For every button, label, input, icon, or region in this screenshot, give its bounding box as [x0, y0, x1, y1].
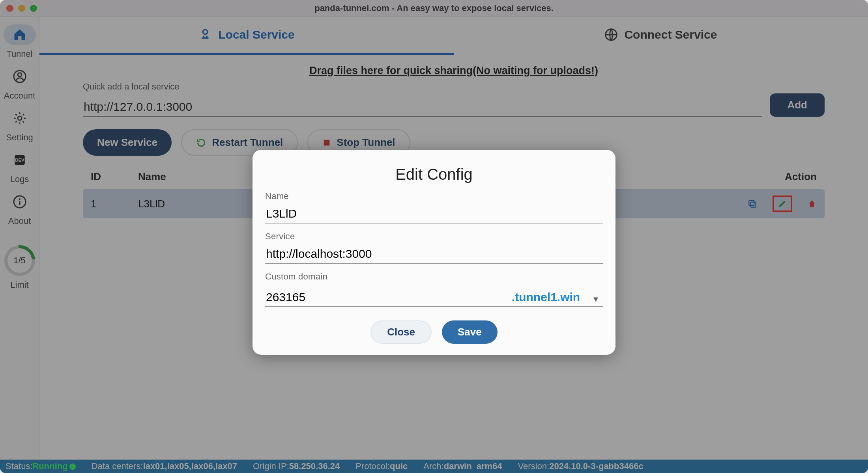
save-button[interactable]: Save: [442, 320, 498, 344]
service-field[interactable]: [265, 245, 603, 264]
custom-domain-field[interactable]: [266, 291, 507, 304]
domain-suffix-select[interactable]: .tunnel1.win: [512, 291, 580, 304]
modal-actions: Close Save: [265, 320, 603, 344]
app-window: panda-tunnel.com - An easy way to expose…: [0, 0, 868, 473]
close-button[interactable]: Close: [370, 320, 432, 344]
modal-overlay[interactable]: Edit Config Name Service Custom domain .…: [0, 0, 868, 473]
modal-title: Edit Config: [265, 166, 603, 183]
chevron-down-icon[interactable]: ▼: [592, 295, 600, 304]
field-label-custom-domain: Custom domain: [265, 272, 603, 282]
field-label-service: Service: [265, 231, 603, 242]
custom-domain-row: .tunnel1.win ▼: [265, 288, 603, 307]
edit-config-modal: Edit Config Name Service Custom domain .…: [253, 150, 615, 355]
name-field[interactable]: [265, 205, 603, 223]
field-label-name: Name: [265, 191, 603, 201]
